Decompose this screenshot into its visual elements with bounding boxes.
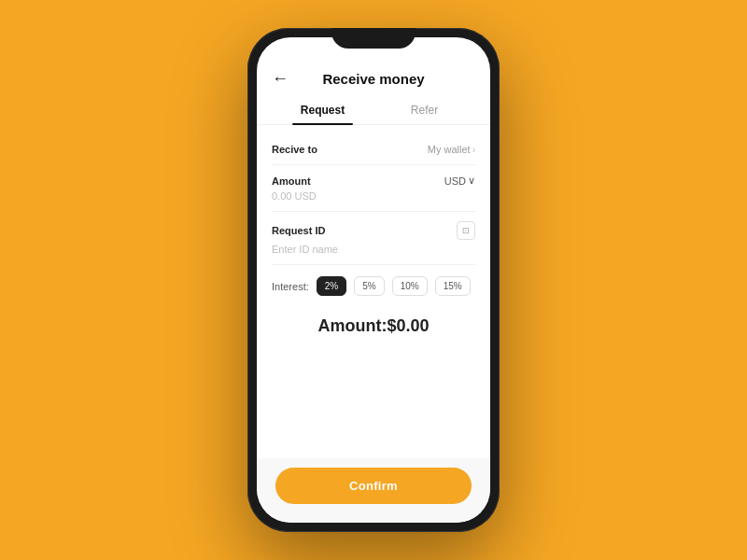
page-title: Receive money bbox=[322, 71, 424, 87]
phone-screen: ← Receive money Request Refer Recive to … bbox=[257, 37, 490, 523]
interest-15pct[interactable]: 15% bbox=[435, 276, 471, 296]
receive-to-row: Recive to My wallet › bbox=[272, 134, 475, 165]
request-id-field: Request ID ⊡ Enter ID name bbox=[272, 212, 475, 265]
confirm-area: Confirm bbox=[257, 458, 490, 523]
interest-2pct[interactable]: 2% bbox=[317, 276, 346, 296]
header: ← Receive money bbox=[257, 58, 490, 96]
tab-bar: Request Refer bbox=[257, 96, 490, 125]
amount-input[interactable]: 0.00 USD bbox=[272, 190, 475, 202]
interest-row: Interest: 2% 5% 10% 15% bbox=[272, 265, 475, 303]
request-id-input[interactable]: Enter ID name bbox=[272, 244, 475, 255]
form-section: Recive to My wallet › Amount USD ∨ bbox=[257, 131, 490, 458]
receive-to-value[interactable]: My wallet › bbox=[428, 144, 475, 155]
phone-frame: ← Receive money Request Refer Recive to … bbox=[247, 28, 500, 532]
currency-selector[interactable]: USD ∨ bbox=[444, 175, 475, 187]
currency-chevron-icon: ∨ bbox=[468, 175, 475, 187]
confirm-button[interactable]: Confirm bbox=[275, 468, 472, 504]
request-id-label: Request ID bbox=[272, 225, 325, 236]
receive-to-label: Recive to bbox=[272, 144, 317, 155]
interest-5pct[interactable]: 5% bbox=[354, 276, 384, 296]
scan-icon[interactable]: ⊡ bbox=[457, 221, 475, 240]
interest-label: Interest: bbox=[272, 281, 309, 292]
amount-label: Amount bbox=[272, 175, 311, 187]
tab-refer[interactable]: Refer bbox=[374, 96, 475, 124]
amount-display: Amount:$0.00 bbox=[272, 303, 475, 343]
phone-notch bbox=[331, 28, 416, 49]
back-button[interactable]: ← bbox=[272, 69, 289, 89]
tab-request[interactable]: Request bbox=[272, 96, 374, 124]
amount-field: Amount USD ∨ 0.00 USD bbox=[272, 165, 475, 212]
interest-10pct[interactable]: 10% bbox=[392, 276, 428, 296]
chevron-icon: › bbox=[472, 145, 475, 155]
app-screen: ← Receive money Request Refer Recive to … bbox=[257, 37, 490, 523]
